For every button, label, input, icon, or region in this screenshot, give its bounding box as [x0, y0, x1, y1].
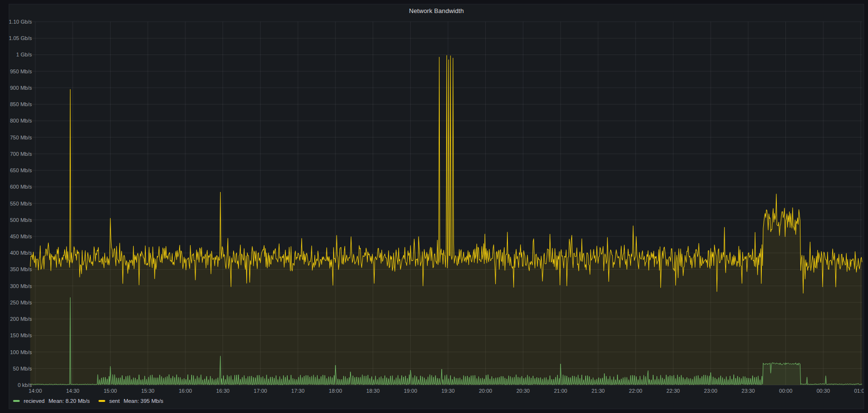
- x-tick-label: 18:00: [329, 387, 342, 394]
- legend-mean-value: Mean: 8.20 Mb/s: [48, 398, 90, 404]
- y-tick-label: 50 Mb/s: [9, 365, 32, 372]
- y-tick-label: 900 Mb/s: [9, 84, 32, 91]
- y-tick-label: 800 Mb/s: [9, 117, 32, 124]
- x-tick-label: 19:30: [441, 387, 455, 394]
- network-bandwidth-panel: Network Bandwidth 1.10 Gb/s1.05 Gb/s1 Gb…: [9, 4, 864, 409]
- y-tick-label: 450 Mb/s: [9, 233, 32, 240]
- plot-hover-area[interactable]: [30, 22, 862, 385]
- x-tick-label: 15:00: [104, 387, 117, 394]
- y-tick-label: 650 Mb/s: [9, 167, 32, 174]
- x-tick-label: 17:00: [254, 387, 267, 394]
- x-tick-label: 19:00: [404, 387, 418, 394]
- legend: recieved Mean: 8.20 Mb/s sent Mean: 395 …: [13, 396, 163, 406]
- x-tick-label: 14:30: [66, 387, 80, 394]
- y-tick-label: 300 Mb/s: [9, 283, 32, 289]
- x-tick-label: 23:00: [704, 387, 717, 394]
- y-tick-label: 100 Mb/s: [9, 349, 32, 356]
- x-tick-label: 14:00: [28, 387, 42, 394]
- y-tick-label: 1.05 Gb/s: [9, 35, 32, 41]
- x-tick-label: 16:00: [179, 387, 192, 394]
- y-tick-label: 750 Mb/s: [9, 134, 32, 141]
- x-tick-label: 20:00: [479, 387, 492, 394]
- sent-series-swatch-icon: [98, 400, 105, 402]
- y-tick-label: 250 Mb/s: [9, 299, 32, 306]
- y-tick-label: 500 Mb/s: [9, 217, 32, 223]
- y-tick-label: 850 Mb/s: [9, 101, 32, 108]
- x-tick-label: 16:30: [216, 387, 230, 394]
- y-tick-label: 200 Mb/s: [9, 316, 32, 322]
- legend-mean-value: Mean: 395 Mb/s: [124, 398, 163, 404]
- y-tick-label: 150 Mb/s: [9, 332, 32, 339]
- plot-canvas: [9, 4, 864, 409]
- legend-item-recieved[interactable]: recieved Mean: 8.20 Mb/s: [13, 398, 90, 404]
- x-tick-label: 00:30: [817, 387, 830, 394]
- x-tick-label: 00:00: [779, 387, 793, 394]
- x-tick-label: 21:30: [591, 387, 605, 394]
- y-tick-label: 550 Mb/s: [9, 200, 32, 207]
- x-tick-label: 22:30: [667, 387, 680, 394]
- legend-label: recieved: [24, 398, 44, 404]
- recieved-series-swatch-icon: [13, 400, 20, 402]
- y-tick-label: 400 Mb/s: [9, 249, 32, 256]
- x-tick-label: 15:30: [141, 387, 154, 394]
- x-tick-label: 21:00: [554, 387, 567, 394]
- legend-label: sent: [109, 398, 120, 404]
- x-tick-label: 01:00: [854, 387, 864, 394]
- y-tick-label: 1.10 Gb/s: [9, 18, 32, 25]
- y-tick-label: 700 Mb/s: [9, 151, 32, 157]
- x-tick-label: 20:30: [517, 387, 530, 394]
- y-tick-label: 950 Mb/s: [9, 68, 32, 75]
- x-tick-label: 18:30: [366, 387, 380, 394]
- legend-item-sent[interactable]: sent Mean: 395 Mb/s: [98, 398, 163, 404]
- x-tick-label: 22:00: [629, 387, 643, 394]
- y-tick-label: 600 Mb/s: [9, 183, 32, 190]
- x-tick-label: 17:30: [291, 387, 305, 394]
- y-tick-label: 1 Gb/s: [9, 51, 32, 58]
- x-tick-label: 23:30: [742, 387, 755, 394]
- y-tick-label: 350 Mb/s: [9, 266, 32, 273]
- grafana-page: Network Bandwidth 1.10 Gb/s1.05 Gb/s1 Gb…: [0, 0, 868, 413]
